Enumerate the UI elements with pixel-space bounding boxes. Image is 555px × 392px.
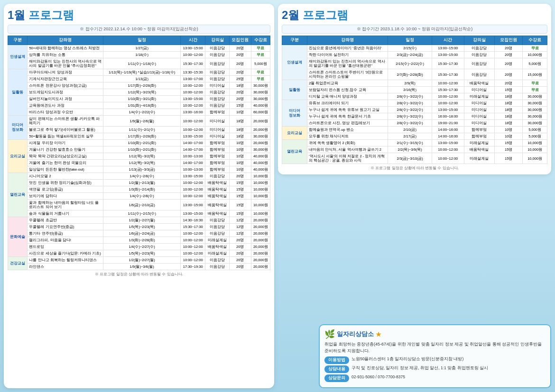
table-row: 미디어정보화 유튜브 크리에이터 되기 2/8(수)~3/22(수) 10:00… bbox=[282, 100, 547, 107]
left-footnote: ※ 프로그램 일정은 상황에 따라 변동될 수 있습니다. bbox=[8, 272, 270, 277]
table-row: 재미와감동이 있는 진천사의 역사속으로 역사의 발굽기를 바꾼 인물 "추사김… bbox=[8, 58, 270, 69]
table-row: 디지털 교육 매니저 양성과정 2/8(수)~3/22(수) 10:00~12:… bbox=[282, 93, 547, 100]
table-row: 사진으로 세상을 즐기다(입문: 카메라 기초) 1/5(목)~2/23(목) … bbox=[8, 250, 270, 257]
table-row: 열린교육 시니어모델 2 1/4(수)~2/8(수) 13:00~15:00 이… bbox=[8, 173, 270, 180]
table-row: 멋진 인생을 위한 정리기술(심화과정) 1/2(월)~2/13(월) 10:0… bbox=[8, 180, 270, 186]
consultation-box: 🌿 일자리상담소 ★ 취업을 희망하는 중장년층(45-67세)을 위한 개인별… bbox=[319, 324, 551, 388]
col-schedule: 일정 bbox=[103, 36, 181, 45]
table-row: 블로그로 추억 쌓기(네이버블로그 활용) 1/11(수)~2/1(수) 10:… bbox=[8, 127, 270, 133]
left-table: 구분 강좌명 일정 시간 강의실 모집인원 수강료 인생설계 50+세대와 함께… bbox=[8, 36, 270, 270]
r-category-cooking: 요리교실 bbox=[282, 127, 307, 140]
category-work: 일활동 bbox=[8, 69, 28, 116]
table-row: 뚝딱 뚝딱 간편요리(남성요리교실) 1/12(목)~3/2(목) 10:00~… bbox=[8, 153, 270, 160]
category-media: 미디어정보화 bbox=[8, 116, 28, 140]
info-label-content: 상담내용 bbox=[324, 365, 349, 373]
col-fee-r: 수강료 bbox=[523, 36, 547, 45]
table-row: 색연필 로고잉(중급) 1/3(화)~2/14(화) 10:00~12:00 배… bbox=[8, 186, 270, 193]
left-notice: ※ 접수기간 2022.12.14.수 10:00 ~ 정원 마감까지(입금선착… bbox=[8, 25, 270, 34]
table-row: 겨울에 즐기는 한끼 완성 국물요리 1/12(목)~3/2(목) 14:00~… bbox=[8, 160, 270, 166]
info-content-contact: 02-931-5060 / 070-7700-8375 bbox=[352, 374, 405, 380]
r-category-life: 인생설계 bbox=[282, 45, 307, 80]
right-panel-title: 2월 프로그램 bbox=[282, 8, 348, 23]
left-title-bar: 1월 프로그램 bbox=[8, 8, 270, 23]
table-row: 펜드로잉 1/4(수)~2/27(수) 10:00~12:00 배움탁색실 20… bbox=[8, 244, 270, 250]
table-row: 일활동 아쿠아드매니저 양성과정 1/12(목)~1/19(목) *실습1/13… bbox=[8, 69, 270, 76]
table-row: 상처를 치유하는 소통 1/18(수) 10:00~12:00 이음강당 20명… bbox=[8, 52, 270, 58]
consultation-title: 🌿 일자리상담소 ★ bbox=[324, 329, 546, 339]
table-row: 일활동 2월 취업준비교육 2/9(목) 10:00~12:00 배움탁색실 2… bbox=[282, 80, 547, 87]
left-panel-title: 1월 프로그램 bbox=[8, 8, 74, 23]
table-row: 누구나 쉽게 귀에 쏙쏙 유튜브 원고기 교실 2/8(수)~3/22(수) 1… bbox=[282, 107, 547, 113]
info-label-contact: 상담문의 bbox=[324, 374, 349, 382]
col-course: 강좌명 bbox=[28, 36, 103, 45]
table-row: 모두를 위한 채식디저트 2/17(금) 14:00~16:00 함께부엌 10… bbox=[282, 133, 547, 140]
col-category-r: 구분 bbox=[282, 36, 307, 45]
category-culture: 문화예술 bbox=[8, 217, 28, 257]
info-row-usage: 이용방법 노원50플러스센터 1층 일자리상담소 방문(신분증지참 내방) bbox=[324, 356, 546, 364]
info-row-content: 상담내용 구직 및 진로상담, 일자리 정보 제공, 취업 알선, 1:1 맞춤… bbox=[324, 365, 546, 373]
col-capacity: 모집인원 bbox=[229, 36, 251, 45]
table-row: 문화예술 우쿨렐레 초급반 1/2(월)~2/27(월) 14:30~16:30… bbox=[8, 217, 270, 224]
table-row: 미디어정보화 삶이 편해지는 스마트폰 생활 -카카오톡 파헤치기 1/9(월)… bbox=[8, 116, 270, 127]
table-row: 내마음의 안식처, 서울 역사여행과 글쓰기 2 2/2(목)~3/9(목) 1… bbox=[282, 146, 547, 153]
right-footnote: ※ 프로그램 일정은 상황에 따라 변동될 수 있습니다. bbox=[282, 165, 547, 171]
category-health: 건강교실 bbox=[8, 257, 28, 270]
table-row: 요리교실 사계절 우리장 이야기 1/10(화)~2/21(화) 14:00~1… bbox=[8, 140, 270, 146]
table-row: 인생설계 50+세대와 함께하는 명상 스트레스 처방전 1/27(금) 13:… bbox=[8, 45, 270, 52]
table-row: 요리교실 함께술원과 연역국.up 밴쇼 2/10(금) 14:00~16:00… bbox=[282, 127, 547, 133]
info-content-content: 구직 및 진로상담, 일자리 정보 제공, 취업 알선, 1:1 맞춤 취업멘토… bbox=[352, 365, 488, 371]
table-row: 꽃과 함께하는 내마음의 힐링타임 나도 플로리스트 되어 보기 1/6(금)~… bbox=[8, 200, 270, 210]
table-row: 기계식자판장근인교육 1/13(금) 13:00~17:00 이음강당 25명 … bbox=[8, 76, 270, 82]
table-row: 재미와감동이 있는 진천사의 역사속으로 역사의 발굽기를 바꾼 인물 "흥선대… bbox=[282, 58, 547, 69]
table-row: '역사도시 서울'의 이해 저절로 2 - 정치의 개혁의 핵심공간 : 궁궐,… bbox=[282, 153, 547, 164]
right-title-bar: 2월 프로그램 bbox=[282, 8, 547, 23]
table-row: 보드게임지도사과정 1/12(목)~3/23(목) 10:00~12:00 이음… bbox=[8, 89, 270, 96]
right-table-section: 2월 프로그램 ※ 접수기간 2023.1.18.수 10:00 ~ 정원 마감… bbox=[278, 4, 551, 174]
left-panel: 1월 프로그램 ※ 접수기간 2022.12.14.수 10:00 ~ 정원 마… bbox=[4, 4, 274, 388]
table-row: 스마트폰 전문강사 양성과정(고급) 1/17(화)~2/28(화) 10:00… bbox=[8, 82, 270, 89]
table-row: 열린교육 귀에 쏙쏙 생활영어 2 (회화) 2/1(수)~3/15(수) 13… bbox=[282, 140, 547, 146]
col-category: 구분 bbox=[8, 36, 28, 45]
col-room-r: 강의실 bbox=[464, 36, 495, 45]
table-row: 바리스타 양성과정 수요반 1/4(수)~2/22(수) 13:00~16:00… bbox=[8, 109, 270, 116]
table-row: 누구나 쉽게 귀에 쏙쏙 한글문서 기초 2/8(수)~3/22(수) 16:0… bbox=[282, 113, 547, 120]
table-row: 보람일자리 핀스폼 신청,접수 교육 2/16(목) 15:30~17:30 미… bbox=[282, 87, 547, 93]
info-label-usage: 이용방법 bbox=[324, 356, 349, 364]
r-category-media: 미디어정보화 bbox=[282, 100, 307, 127]
info-content-usage: 노원50플러스센터 1층 일자리상담소 방문(신분증지참 내방) bbox=[352, 356, 463, 362]
table-row: 착한 다이어트 실전하기 2/3(금)~2/24(금) 13:00~15:00 … bbox=[282, 52, 547, 58]
info-row-contact: 상담문의 02-931-5060 / 070-7700-8375 bbox=[324, 374, 546, 382]
col-capacity-r: 모집인원 bbox=[495, 36, 523, 45]
table-row: 건강교실 나를 만나고 회복하는 힐링커뮤니티댄스 1/2(월)~2/27(월)… bbox=[8, 257, 270, 264]
table-row: 숲과 식물들의 거름나기 1/11(수)~2/15(수) 13:00~15:00… bbox=[8, 210, 270, 217]
table-row: 스마트폰 스마트스토어 주변이기 '3만원으로 시작하는 온라인 쇼핑몰' 2/… bbox=[282, 69, 547, 80]
table-row: 통기타 연주반(중급) 1/6(금)~2/24(금) 10:00~12:00 이… bbox=[8, 230, 270, 237]
col-room: 강의실 bbox=[205, 36, 229, 45]
category-open-edu: 열린교육 bbox=[8, 173, 28, 217]
table-row: 일상일미 든든한 월반찬(take-out) 1/13(금)~3/3(금) 10… bbox=[8, 166, 270, 173]
table-row: 캘리그라피, 마음을 담다! 1/3(화)~2/28(화) 10:00~12:0… bbox=[8, 237, 270, 244]
right-panel: 2월 프로그램 ※ 접수기간 2023.1.18.수 10:00 ~ 정원 마감… bbox=[278, 4, 551, 388]
table-row: 겨울나기 건강한 발효효소 만들기 1/10(화)~2/21(화) 14:00~… bbox=[8, 146, 270, 153]
col-fee: 수강료 bbox=[251, 36, 270, 45]
category-cooking: 요리교실 bbox=[8, 140, 28, 173]
table-row: 라인댄스 1/9(월)~3/6(월) 17:30~19:30 이음강당 20명 … bbox=[8, 264, 270, 270]
table-row: 교육원애견도사 과정 1/31(화)~4/18(화) 10:00~12:00 이… bbox=[8, 102, 270, 109]
category-life-design: 인생설계 bbox=[8, 45, 28, 69]
r-category-work: 일활동 bbox=[282, 80, 307, 100]
right-table: 구분 강좌명 일정 시간 강의실 모집인원 수강료 인생설계 진심으로 중년에게… bbox=[282, 36, 547, 164]
r-category-open: 열린교육 bbox=[282, 140, 307, 164]
table-row: 실버인지놀이지도사 과정 1/10(화)~3/21(화) 13:00~15:00… bbox=[8, 96, 270, 102]
table-row: 스마트폰으로 사진, 영상 편집레보기 2/8(수)~3/22(수) 19:00… bbox=[282, 120, 547, 127]
col-schedule-r: 일정 bbox=[388, 36, 432, 45]
col-time-r: 시간 bbox=[432, 36, 464, 45]
table-row: 인생설계 진심으로 중년에게이야기 '중년은 처음이라' 2/15(수) 13:… bbox=[282, 45, 547, 52]
table-row: 보자기에 담하다 1/4(수)~2/8(수) 10:00~12:00 배움탁색실… bbox=[8, 193, 270, 200]
table-row: 50+활동을 돕는 엑셀&파워포인트 실무 1/17(화)~2/28(화) 13… bbox=[8, 133, 270, 140]
col-course-r: 강좌명 bbox=[307, 36, 388, 45]
table-row: 우쿨렐레 기요연주반(중급) 1/5(목)~2/23(목) 15:30~17:3… bbox=[8, 224, 270, 230]
consultation-desc: 취업을 희망하는 중장년층(45-67세)을 위한 개인별 맞춤 일자리 정보 … bbox=[324, 341, 546, 354]
col-time: 시간 bbox=[180, 36, 205, 45]
right-notice: ※ 접수기간 2023.1.18.수 10:00 ~ 정원 마감까지(입금선착순… bbox=[282, 25, 547, 34]
